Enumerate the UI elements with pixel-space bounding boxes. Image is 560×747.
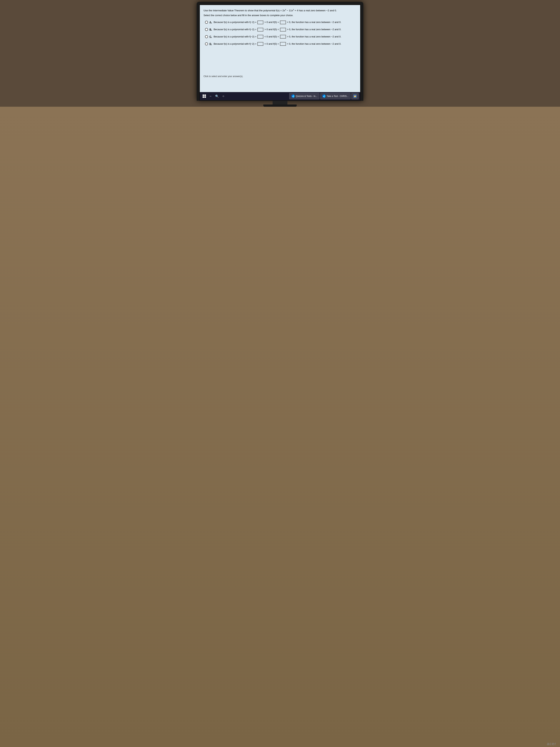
choice-item-b: B. Because f(x) is a polynomial with f(−… xyxy=(205,28,356,31)
taskbar-app-file[interactable]: 📁 xyxy=(351,93,359,99)
answer-box-c2[interactable] xyxy=(280,35,286,38)
choice-c-content: C. Because f(x) is a polynomial with f(−… xyxy=(209,35,341,39)
taskbar-app-quizzes[interactable]: Quizzes & Tests - In... xyxy=(289,93,319,99)
desk-surface: acer xyxy=(0,107,560,747)
monitor-stand-base xyxy=(263,104,297,107)
taskbar-app1-label: Quizzes & Tests - In... xyxy=(296,95,317,98)
click-instruction: Click to select and enter your answer(s)… xyxy=(204,75,356,78)
start-button[interactable] xyxy=(201,93,207,99)
radio-c[interactable] xyxy=(205,35,208,38)
choice-list: A. Because f(x) is a polynomial with f(−… xyxy=(205,20,356,46)
choice-b-label: B. xyxy=(209,28,212,31)
answer-box-d1[interactable] xyxy=(258,42,263,46)
choice-b-content: B. Because f(x) is a polynomial with f(−… xyxy=(209,28,341,31)
ie-icon-1 xyxy=(291,95,295,98)
choice-a-label: A. xyxy=(209,21,212,24)
acer-logo: acer xyxy=(547,742,556,746)
answer-box-d2[interactable] xyxy=(280,42,286,46)
search-icon: 🔍 xyxy=(215,95,219,98)
radio-a[interactable] xyxy=(205,21,208,24)
answer-box-b1[interactable] xyxy=(258,28,263,31)
radio-b[interactable] xyxy=(205,28,208,31)
windows-icon xyxy=(203,95,206,98)
instruction-text: Select the correct choice below and fill… xyxy=(204,14,356,17)
choice-a-content: A. Because f(x) is a polynomial with f(−… xyxy=(209,20,341,24)
answer-box-c1[interactable] xyxy=(258,35,263,38)
cortana-button[interactable]: ○ xyxy=(220,93,226,99)
taskbar: ← 🔍 ○ Quizzes & Tests - In... Take a Tes… xyxy=(200,92,360,100)
monitor: Use the Intermediate Value Theorem to sh… xyxy=(197,2,363,101)
content-area: Use the Intermediate Value Theorem to sh… xyxy=(200,5,360,92)
taskbar-app2-label: Take a Test - CHRIS... xyxy=(327,95,348,98)
choice-item-a: A. Because f(x) is a polynomial with f(−… xyxy=(205,20,356,24)
radio-d[interactable] xyxy=(205,43,208,45)
answer-box-a2[interactable] xyxy=(280,21,286,24)
question-text: Use the Intermediate Value Theorem to sh… xyxy=(204,8,356,12)
circle-icon: ○ xyxy=(222,95,224,98)
choice-c-label: C. xyxy=(209,35,212,38)
taskbar-app-test[interactable]: Take a Test - CHRIS... xyxy=(320,93,351,99)
choice-item-d: D. Because f(x) is a polynomial with f(−… xyxy=(205,42,356,46)
answer-box-a1[interactable] xyxy=(258,21,263,24)
ie-icon-2 xyxy=(322,95,325,98)
screen: Use the Intermediate Value Theorem to sh… xyxy=(199,4,361,101)
search-button[interactable]: 🔍 xyxy=(214,93,220,99)
choice-d-content: D. Because f(x) is a polynomial with f(−… xyxy=(209,42,341,46)
monitor-stand-neck xyxy=(273,101,287,104)
back-icon: ← xyxy=(209,95,212,98)
answer-box-b2[interactable] xyxy=(280,28,286,31)
choice-d-label: D. xyxy=(209,43,212,45)
file-icon: 📁 xyxy=(353,95,357,98)
back-button[interactable]: ← xyxy=(208,93,214,99)
choice-item-c: C. Because f(x) is a polynomial with f(−… xyxy=(205,35,356,39)
